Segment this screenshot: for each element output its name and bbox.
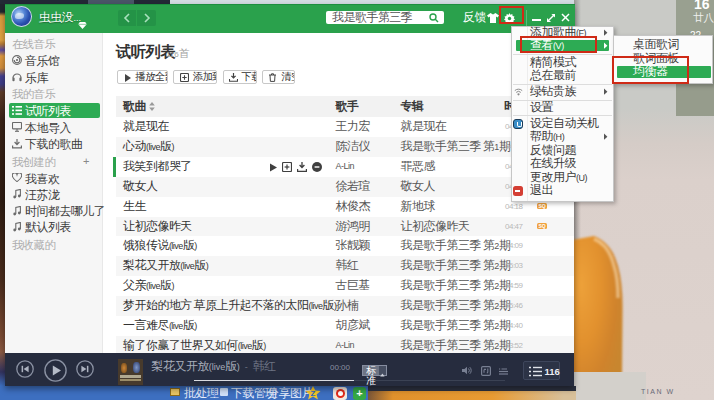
svg-text:Z: Z: [311, 389, 316, 398]
